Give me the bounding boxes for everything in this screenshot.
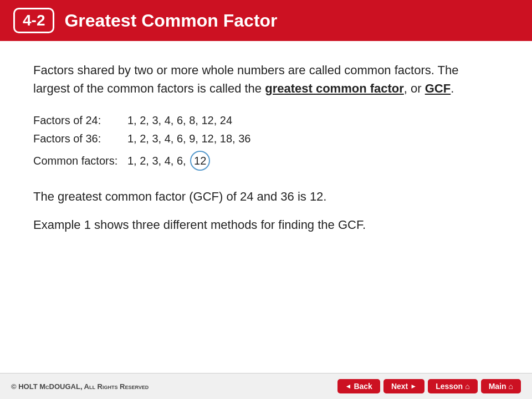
lesson-home-icon: ⌂	[465, 382, 469, 391]
gcf-term: greatest common factor	[265, 81, 404, 95]
intro-paragraph: Factors shared by two or more whole numb…	[33, 61, 477, 98]
copyright: © HOLT McDOUGAL, All Rights Reserved	[11, 382, 149, 391]
lesson-badge: 4-2	[13, 8, 54, 33]
next-arrow-icon: ►	[410, 382, 417, 390]
main-home-icon: ⌂	[509, 382, 513, 391]
factors-24-label: Factors of 24:	[33, 114, 127, 127]
back-label: Back	[354, 382, 372, 391]
factors-section: Factors of 24: 1, 2, 3, 4, 6, 8, 12, 24 …	[33, 114, 499, 171]
gcf-abbrev: GCF	[425, 81, 451, 95]
intro-text-part2: , or	[404, 81, 425, 95]
intro-text-part3: .	[451, 81, 454, 95]
factors-36-values: 1, 2, 3, 4, 6, 9, 12, 18, 36	[127, 132, 250, 145]
common-factors-values: 1, 2, 3, 4, 6, 12	[127, 151, 210, 171]
common-factors-label: Common factors:	[33, 155, 127, 167]
footer: © HOLT McDOUGAL, All Rights Reserved ◄ B…	[0, 373, 532, 399]
lesson-label: Lesson	[436, 382, 463, 391]
factors-24-row: Factors of 24: 1, 2, 3, 4, 6, 8, 12, 24	[33, 114, 499, 127]
conclusion-2: Example 1 shows three different methods …	[33, 216, 421, 234]
conclusion-1: The greatest common factor (GCF) of 24 a…	[33, 187, 421, 206]
header-title: Greatest Common Factor	[64, 11, 277, 31]
footer-nav: ◄ Back Next ► Lesson ⌂ Main ⌂	[337, 379, 521, 393]
factors-24-values: 1, 2, 3, 4, 6, 8, 12, 24	[127, 114, 232, 127]
gcf-circled-value: 12	[190, 151, 210, 171]
factors-36-label: Factors of 36:	[33, 132, 127, 145]
main-content: Factors shared by two or more whole numb…	[0, 41, 532, 373]
back-button[interactable]: ◄ Back	[337, 379, 380, 393]
main-button[interactable]: Main ⌂	[481, 379, 521, 393]
next-label: Next	[391, 382, 408, 391]
back-arrow-icon: ◄	[345, 382, 352, 390]
factors-36-row: Factors of 36: 1, 2, 3, 4, 6, 9, 12, 18,…	[33, 132, 499, 145]
lesson-button[interactable]: Lesson ⌂	[428, 379, 477, 393]
main-label: Main	[489, 382, 507, 391]
next-button[interactable]: Next ►	[383, 379, 424, 393]
copyright-text: © HOLT McDOUGAL, All Rights Reserved	[11, 382, 149, 391]
common-factors-before-circle: 1, 2, 3, 4, 6,	[127, 155, 186, 167]
common-factors-row: Common factors: 1, 2, 3, 4, 6, 12	[33, 151, 499, 171]
header: 4-2 Greatest Common Factor	[0, 0, 532, 41]
